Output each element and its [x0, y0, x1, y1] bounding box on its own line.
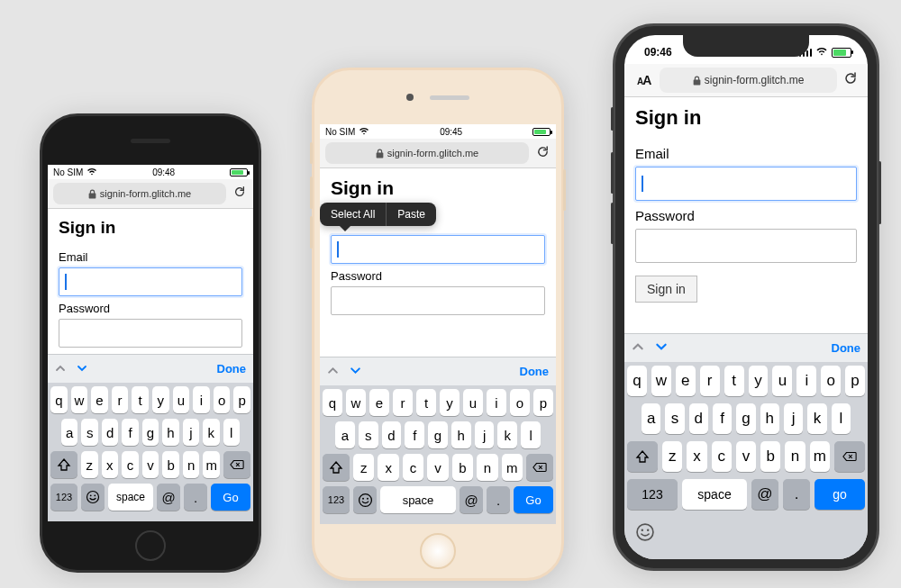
key-k[interactable]: k: [203, 419, 219, 446]
key-h[interactable]: h: [760, 403, 779, 434]
key-n[interactable]: n: [183, 451, 200, 478]
password-field[interactable]: [59, 319, 242, 348]
key-c[interactable]: c: [122, 451, 139, 478]
reload-button[interactable]: [842, 71, 859, 89]
url-field[interactable]: signin-form.glitch.me: [53, 183, 226, 204]
signin-button[interactable]: Sign in: [635, 276, 697, 303]
key-t[interactable]: t: [724, 366, 744, 396]
emoji-key[interactable]: [81, 484, 105, 511]
email-field[interactable]: [331, 235, 545, 264]
key-y[interactable]: y: [152, 386, 169, 413]
keyboard-done-button[interactable]: Done: [520, 365, 550, 378]
prev-field-button[interactable]: [55, 361, 66, 376]
shift-key[interactable]: [627, 441, 658, 472]
numbers-key[interactable]: 123: [50, 484, 77, 511]
go-key[interactable]: go: [815, 479, 865, 510]
key-c[interactable]: c: [712, 441, 732, 472]
reload-button[interactable]: [534, 145, 551, 162]
email-field[interactable]: [635, 167, 857, 201]
go-key[interactable]: Go: [514, 486, 553, 513]
key-p[interactable]: p: [233, 386, 250, 413]
url-field[interactable]: signin-form.glitch.me: [325, 142, 529, 164]
key-l[interactable]: l: [223, 419, 240, 446]
key-f[interactable]: f: [713, 403, 732, 434]
key-d[interactable]: d: [689, 403, 708, 434]
home-button[interactable]: [135, 530, 166, 561]
next-field-button[interactable]: [77, 361, 87, 376]
key-u[interactable]: u: [173, 386, 190, 413]
key-f[interactable]: f: [405, 421, 424, 448]
key-b[interactable]: b: [162, 451, 179, 478]
key-p[interactable]: p: [533, 389, 553, 416]
key-a[interactable]: a: [61, 419, 77, 446]
key-w[interactable]: w: [71, 386, 88, 413]
email-field[interactable]: [59, 267, 242, 296]
emoji-key[interactable]: [635, 522, 655, 547]
key-v[interactable]: v: [736, 441, 756, 472]
home-button[interactable]: [420, 533, 456, 569]
key-i[interactable]: i: [487, 389, 506, 416]
dot-key[interactable]: .: [783, 479, 810, 510]
key-e[interactable]: e: [676, 366, 696, 396]
key-x[interactable]: x: [102, 451, 119, 478]
space-key[interactable]: space: [380, 486, 456, 513]
key-m[interactable]: m: [502, 454, 523, 481]
key-y[interactable]: y: [440, 389, 460, 416]
key-l[interactable]: l: [521, 421, 541, 448]
key-d[interactable]: d: [102, 419, 118, 446]
key-x[interactable]: x: [378, 454, 398, 481]
key-o[interactable]: o: [821, 366, 841, 396]
key-w[interactable]: w: [346, 389, 366, 416]
space-key[interactable]: space: [682, 479, 747, 510]
url-field[interactable]: signin-form.glitch.me: [660, 68, 837, 93]
key-s[interactable]: s: [665, 403, 684, 434]
key-k[interactable]: k: [497, 421, 517, 448]
key-a[interactable]: a: [642, 403, 660, 434]
key-e[interactable]: e: [369, 389, 389, 416]
key-b[interactable]: b: [760, 441, 780, 472]
key-n[interactable]: n: [785, 441, 805, 472]
key-i[interactable]: i: [796, 366, 816, 396]
at-key[interactable]: @: [751, 479, 778, 510]
at-key[interactable]: @: [460, 486, 483, 513]
key-q[interactable]: q: [50, 386, 68, 413]
key-k[interactable]: k: [807, 403, 826, 434]
key-i[interactable]: i: [193, 386, 210, 413]
key-j[interactable]: j: [183, 419, 199, 446]
keyboard-done-button[interactable]: Done: [832, 341, 861, 355]
prev-field-button[interactable]: [632, 340, 644, 356]
paste-button[interactable]: Paste: [387, 203, 436, 226]
key-u[interactable]: u: [463, 389, 483, 416]
key-p[interactable]: p: [845, 366, 865, 396]
key-l[interactable]: l: [832, 403, 851, 434]
key-z[interactable]: z: [81, 451, 98, 478]
numbers-key[interactable]: 123: [627, 479, 678, 510]
key-h[interactable]: h: [162, 419, 178, 446]
reload-button[interactable]: [232, 185, 248, 202]
key-q[interactable]: q: [323, 389, 342, 416]
key-d[interactable]: d: [382, 421, 402, 448]
key-e[interactable]: e: [91, 386, 108, 413]
key-f[interactable]: f: [122, 419, 138, 446]
at-key[interactable]: @: [157, 484, 180, 511]
key-o[interactable]: o: [510, 389, 530, 416]
keyboard-done-button[interactable]: Done: [217, 362, 247, 375]
key-o[interactable]: o: [214, 386, 231, 413]
backspace-key[interactable]: [834, 441, 865, 472]
key-s[interactable]: s: [81, 419, 97, 446]
text-size-button[interactable]: AA: [633, 73, 654, 87]
key-y[interactable]: y: [749, 366, 769, 396]
key-b[interactable]: b: [452, 454, 473, 481]
key-g[interactable]: g: [142, 419, 159, 446]
key-x[interactable]: x: [687, 441, 706, 472]
key-z[interactable]: z: [353, 454, 374, 481]
password-field[interactable]: [635, 229, 857, 263]
password-field[interactable]: [331, 286, 545, 315]
next-field-button[interactable]: [350, 364, 361, 379]
key-m[interactable]: m: [810, 441, 830, 472]
key-m[interactable]: m: [203, 451, 220, 478]
key-a[interactable]: a: [335, 421, 355, 448]
key-r[interactable]: r: [393, 389, 413, 416]
key-h[interactable]: h: [451, 421, 471, 448]
key-w[interactable]: w: [651, 366, 671, 396]
